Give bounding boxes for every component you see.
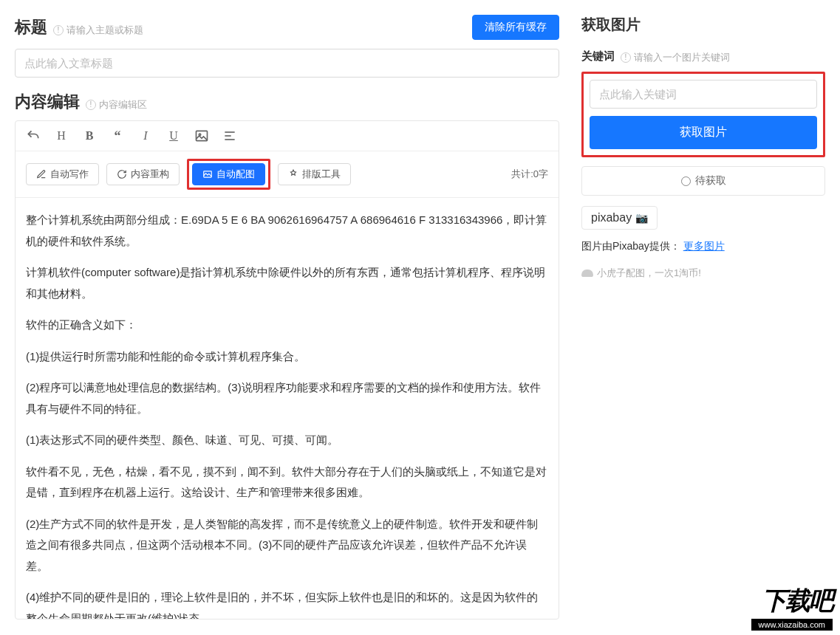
content-rebuild-button[interactable]: 内容重构 xyxy=(106,163,180,185)
title-section-header: 标题 ! 请输入主题或标题 清除所有缓存 xyxy=(15,15,559,40)
more-images-link[interactable]: 更多图片 xyxy=(683,240,725,252)
keyword-label: 关键词 xyxy=(581,49,615,64)
auto-image-button[interactable]: 自动配图 xyxy=(192,163,265,185)
layout-tool-button[interactable]: 排版工具 xyxy=(278,163,351,185)
editor-toolbar-actions: 自动写作 内容重构 自动配图 排版工具 xyxy=(16,151,559,198)
undo-icon[interactable] xyxy=(26,128,41,143)
circle-icon xyxy=(681,176,691,186)
sidebar-footer-note: 小虎子配图，一次1淘币! xyxy=(581,267,825,280)
keyword-input[interactable] xyxy=(590,80,817,109)
keyword-input-highlight: 获取图片 xyxy=(581,72,825,157)
image-icon[interactable] xyxy=(194,128,209,143)
editor-paragraph: (1)表达形式不同的硬件类型、颜色、味道、可见、可摸、可闻。 xyxy=(26,430,548,451)
editor-toolbar-formatting: H B “ I U xyxy=(16,121,559,151)
info-icon: ! xyxy=(53,25,64,35)
article-title-input[interactable] xyxy=(15,49,559,78)
char-count: 共计:0字 xyxy=(511,168,548,181)
content-edit-hint: ! 内容编辑区 xyxy=(86,98,147,111)
editor-box: H B “ I U 自动写作 xyxy=(15,120,559,619)
italic-icon[interactable]: I xyxy=(138,128,153,143)
cloud-icon xyxy=(581,270,593,277)
editor-content-area[interactable]: 整个计算机系统由两部分组成：E.69DA 5 E 6 BA 9062616964… xyxy=(16,198,559,619)
editor-paragraph: 整个计算机系统由两部分组成：E.69DA 5 E 6 BA 9062616964… xyxy=(26,210,548,252)
auto-write-button[interactable]: 自动写作 xyxy=(26,163,99,185)
editor-paragraph: 软件看不见，无色，枯燥，看不见，摸不到，闻不到。软件大部分存在于人们的头脑或纸上… xyxy=(26,461,548,504)
editor-paragraph: 软件的正确含义如下： xyxy=(26,315,548,336)
editor-paragraph: (2)生产方式不同的软件是开发，是人类智能的高发挥，而不是传统意义上的硬件制造。… xyxy=(26,514,548,577)
waiting-status: 待获取 xyxy=(581,166,825,196)
underline-icon[interactable]: U xyxy=(166,128,181,143)
clear-cache-button[interactable]: 清除所有缓存 xyxy=(472,15,559,40)
heading-icon[interactable]: H xyxy=(54,128,69,143)
info-icon: ! xyxy=(621,52,631,63)
keyword-hint: ! 请输入一个图片关键词 xyxy=(621,51,730,64)
image-credit: 图片由Pixabay提供： 更多图片 xyxy=(581,240,825,253)
title-label: 标题 xyxy=(15,16,47,38)
bold-icon[interactable]: B xyxy=(82,128,97,143)
get-image-button[interactable]: 获取图片 xyxy=(590,116,817,149)
editor-paragraph: (2)程序可以满意地处理信息的数据结构。(3)说明程序功能要求和程序需要的文档的… xyxy=(26,377,548,419)
editor-paragraph: (4)维护不同的硬件是旧的，理论上软件是旧的，并不坏，但实际上软件也是旧的和坏的… xyxy=(26,587,548,619)
editor-paragraph: (1)提供运行时所需功能和性能的命令或计算机程序集合。 xyxy=(26,346,548,368)
title-hint: ! 请输入主题或标题 xyxy=(53,24,143,37)
pixabay-badge: pixabay 📷 xyxy=(581,206,658,230)
quote-icon[interactable]: “ xyxy=(110,128,125,143)
editor-paragraph: 计算机软件(computer software)是指计算机系统中除硬件以外的所有… xyxy=(26,262,548,304)
info-icon: ! xyxy=(86,100,96,110)
camera-icon: 📷 xyxy=(635,212,648,224)
auto-image-highlight: 自动配图 xyxy=(187,159,270,190)
align-icon[interactable] xyxy=(222,128,237,143)
get-image-title: 获取图片 xyxy=(581,15,825,35)
content-edit-label: 内容编辑 xyxy=(15,91,80,113)
